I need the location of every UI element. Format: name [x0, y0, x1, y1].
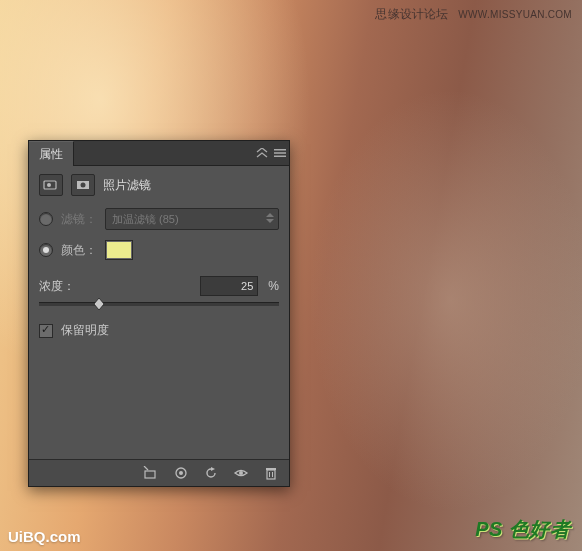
panel-title: 照片滤镜 — [103, 177, 151, 194]
collapse-double-chevron-icon[interactable] — [253, 145, 271, 161]
preserve-luminosity-checkbox[interactable] — [39, 324, 53, 338]
filter-row: 滤镜： 加温滤镜 (85) — [39, 208, 279, 230]
color-label: 颜色： — [61, 242, 97, 259]
density-label: 浓度： — [39, 278, 75, 295]
panel-title-row: 照片滤镜 — [39, 174, 279, 196]
color-swatch[interactable] — [105, 240, 133, 260]
watermark-bottom-right: PS 色好者 — [475, 516, 570, 543]
watermark-top: 思缘设计论坛 WWW.MISSYUAN.COM — [375, 6, 572, 23]
clip-to-layer-icon[interactable] — [141, 464, 161, 482]
delete-icon[interactable] — [261, 464, 281, 482]
panel-footer — [29, 459, 289, 486]
density-value-input[interactable]: 25 — [200, 276, 258, 296]
preserve-luminosity-row: 保留明度 — [39, 322, 279, 339]
svg-point-10 — [239, 471, 243, 475]
properties-panel: 属性 照片滤镜 滤镜： 加温滤镜 (85) — [28, 140, 290, 487]
svg-point-9 — [179, 471, 183, 475]
panel-tabbar: 属性 — [29, 141, 289, 166]
svg-point-4 — [47, 183, 51, 187]
svg-rect-7 — [145, 471, 155, 478]
filter-radio[interactable] — [39, 212, 53, 226]
svg-rect-1 — [274, 152, 286, 154]
preserve-luminosity-label: 保留明度 — [61, 322, 109, 339]
filter-label: 滤镜： — [61, 211, 97, 228]
color-row: 颜色： — [39, 240, 279, 260]
watermark-bottom-left: UiBQ.com — [8, 528, 81, 545]
svg-rect-0 — [274, 149, 286, 151]
watermark-top-text: 思缘设计论坛 — [375, 7, 448, 21]
watermark-top-url: WWW.MISSYUAN.COM — [458, 9, 572, 20]
svg-point-6 — [81, 183, 86, 188]
density-row: 浓度： 25 % — [39, 276, 279, 306]
density-slider[interactable] — [39, 302, 279, 306]
color-radio[interactable] — [39, 243, 53, 257]
view-previous-state-icon[interactable] — [171, 464, 191, 482]
panel-body: 照片滤镜 滤镜： 加温滤镜 (85) 颜色： 浓度： 25 % — [29, 166, 289, 459]
density-unit: % — [268, 279, 279, 293]
filter-select-value: 加温滤镜 (85) — [112, 212, 179, 227]
panel-menu-icon[interactable] — [271, 145, 289, 161]
mask-icon[interactable] — [71, 174, 95, 196]
filter-select[interactable]: 加温滤镜 (85) — [105, 208, 279, 230]
panel-tab-properties[interactable]: 属性 — [29, 141, 74, 166]
svg-rect-11 — [267, 470, 275, 479]
reset-icon[interactable] — [201, 464, 221, 482]
slider-thumb-icon[interactable] — [94, 298, 104, 310]
toggle-visibility-icon[interactable] — [231, 464, 251, 482]
dropdown-caret-icon — [266, 213, 274, 225]
svg-rect-12 — [266, 468, 276, 470]
svg-rect-2 — [274, 156, 286, 158]
adjustment-layer-icon[interactable] — [39, 174, 63, 196]
